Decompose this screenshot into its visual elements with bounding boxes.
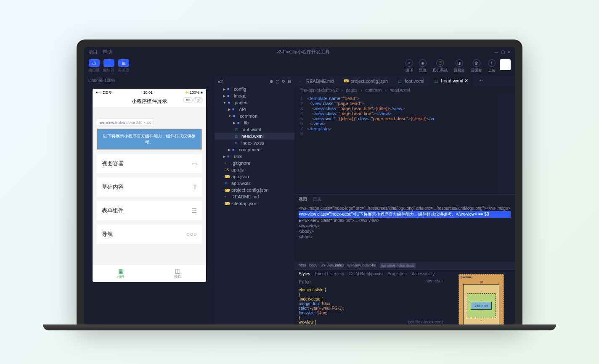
tree-file[interactable]: ▢head.wxml <box>215 133 294 140</box>
page-title: 小程序组件展示 <box>132 98 167 104</box>
tree-folder[interactable]: ▶■utils <box>215 153 294 160</box>
styles-tab[interactable]: Event Listeners <box>315 272 344 276</box>
ide-screen: 项目 帮助 v2-FinClip小程序开发工具 — ▢ ✕ ▭模拟器编辑器⊞调试… <box>84 47 515 324</box>
toolbar: ▭模拟器编辑器⊞调试器 ⟳编译◉预览📱真机调试◨切后台🗑清缓存↥上传 <box>84 57 515 76</box>
tree-folder[interactable]: ▶■image <box>215 92 294 99</box>
action-预览[interactable]: ◉预览 <box>419 59 427 73</box>
styles-tab[interactable]: Styles <box>299 272 310 276</box>
minimap[interactable] <box>498 94 515 194</box>
tabbar-item[interactable]: ▦组件 <box>93 265 149 282</box>
maximize-icon[interactable]: ▢ <box>501 50 505 54</box>
devtools-tab[interactable]: 视图 <box>299 196 307 202</box>
tool-模拟器[interactable]: ▭ <box>89 59 100 67</box>
new-file-icon[interactable]: ⊕ <box>270 79 273 84</box>
menu-help[interactable]: 帮助 <box>103 49 112 55</box>
element-node[interactable]: </html> <box>299 234 511 240</box>
status-signal: ••Il IDE ⚲ <box>96 90 112 95</box>
refresh-icon[interactable]: ⟳ <box>282 79 285 84</box>
action-真机调试[interactable]: 📱真机调试 <box>432 59 448 73</box>
device-label: iphone6 100% <box>84 76 215 85</box>
menu-item[interactable]: 表单组件☰ <box>97 201 202 220</box>
tool-编辑器[interactable] <box>103 59 114 67</box>
file-explorer: v2 ⊕ ▢ ⟳ ⊟ ▶■config▶■image▼■pages▶■API▼■… <box>215 76 294 324</box>
close-icon[interactable]: ✕ <box>507 50 511 54</box>
menubar: 项目 帮助 v2-FinClip小程序开发工具 — ▢ ✕ <box>84 47 515 57</box>
tree-file[interactable]: {}sitemap.json <box>215 200 294 207</box>
tree-folder[interactable]: ▶■API <box>215 106 294 113</box>
tab-more-icon[interactable]: ⋯ <box>473 76 488 86</box>
element-node[interactable]: <wx-image class="index-logo" src="../res… <box>299 206 511 211</box>
tree-file[interactable]: {}project.config.json <box>215 187 294 193</box>
action-清缓存[interactable]: 🗑清缓存 <box>471 59 482 73</box>
project-root[interactable]: v2 <box>218 79 223 84</box>
styles-tab[interactable]: Accessibility <box>412 272 435 276</box>
status-time: 10:01 <box>143 90 153 95</box>
action-编译[interactable]: ⟳编译 <box>406 59 413 73</box>
box-model: margin 10 border - padding - 240 × 44 - <box>448 270 515 324</box>
status-battery: ⚡ 100% ■ <box>184 90 203 95</box>
action-上传[interactable]: ↥上传 <box>488 59 496 73</box>
new-folder-icon[interactable]: ▢ <box>276 79 279 84</box>
tree-folder[interactable]: ▶■config <box>215 86 294 92</box>
menu-item[interactable]: 导航○○○ <box>97 224 202 244</box>
element-node[interactable]: <wx-view class="index-desc">以下将展示小程序官方组件… <box>299 211 511 218</box>
tree-file[interactable]: ▫.gitignore <box>215 160 294 166</box>
tree-folder[interactable]: ▼■common <box>215 113 294 119</box>
capsule-menu-icon[interactable]: ••• <box>183 97 193 103</box>
simulator-panel: iphone6 100% ••Il IDE ⚲ 10:01 ⚡ 100% ■ 小… <box>84 76 215 324</box>
capsule-close-icon[interactable]: ⊙ <box>193 97 203 103</box>
element-node[interactable]: </body> <box>299 229 511 234</box>
tree-folder[interactable]: ▶■component <box>215 146 294 153</box>
styles-tab[interactable]: Properties <box>387 272 407 276</box>
highlighted-element[interactable]: 以下将展示小程序官方组件能力，组件样式仅供参考。 <box>97 129 202 150</box>
element-node[interactable]: ▶<wx-view class="index-bd">…</wx-view> <box>299 218 511 223</box>
filter-extras[interactable]: :hov .cls + <box>424 279 443 285</box>
element-breadcrumb[interactable]: htmlbodywx-view.indexwx-view.index-hdwx-… <box>294 262 515 269</box>
action-切后台[interactable]: ◨切后台 <box>453 59 465 73</box>
phone-preview: ••Il IDE ⚲ 10:01 ⚡ 100% ■ 小程序组件展示 ••• ⊙ … <box>93 89 206 282</box>
elements-panel[interactable]: <wx-image class="index-logo" src="../res… <box>294 204 515 262</box>
menu-item[interactable]: 基础内容𝕋 <box>97 177 202 197</box>
element-node[interactable]: </wx-view> <box>299 223 511 229</box>
styles-filter-input[interactable] <box>299 279 424 285</box>
editor-tab[interactable]: ▢head.wxml ✕ <box>429 76 474 86</box>
tree-file[interactable]: ▢foot.wxml <box>215 126 294 133</box>
breadcrumb: fino-applet-demo-v2›pages›common›head.wx… <box>294 86 515 94</box>
minimize-icon[interactable]: — <box>494 50 498 54</box>
tree-file[interactable]: #index.wxss <box>215 140 294 146</box>
styles-tab[interactable]: DOM Breakpoints <box>349 272 382 276</box>
inspect-tooltip: wx-view.index-desc 240 × 44 <box>97 119 154 127</box>
tabbar-item[interactable]: ◫接口 <box>149 265 206 282</box>
tree-folder[interactable]: ▶■lib <box>215 119 294 126</box>
tree-file[interactable]: #app.wxss <box>215 180 294 187</box>
tree-file[interactable]: {}app.json <box>215 173 294 180</box>
menu-item[interactable]: 视图容器▭ <box>97 154 202 173</box>
devtools-tab[interactable]: 日志 <box>313 196 321 202</box>
menu-project[interactable]: 项目 <box>88 49 98 55</box>
tool-调试器[interactable]: ⊞ <box>118 59 129 67</box>
user-avatar[interactable] <box>500 59 511 70</box>
editor-tab[interactable]: ▫README.md <box>294 76 339 86</box>
tree-folder[interactable]: ▼■pages <box>215 99 294 106</box>
editor-tab[interactable]: ▢foot.wxml <box>393 76 429 86</box>
code-editor[interactable]: 1<template name="head">2 <view class="pa… <box>294 94 498 194</box>
tree-file[interactable]: JSapp.js <box>215 166 294 173</box>
collapse-icon[interactable]: ⊟ <box>288 79 291 84</box>
tree-file[interactable]: ▫README.md <box>215 193 294 200</box>
css-rules[interactable]: element.style {}.index-desc {</span></di… <box>294 286 448 324</box>
laptop-frame: 项目 帮助 v2-FinClip小程序开发工具 — ▢ ✕ ▭模拟器编辑器⊞调试… <box>77 40 522 324</box>
window-title: v2-FinClip小程序开发工具 <box>117 49 489 55</box>
editor-tab[interactable]: {}project.config.json <box>339 76 393 86</box>
